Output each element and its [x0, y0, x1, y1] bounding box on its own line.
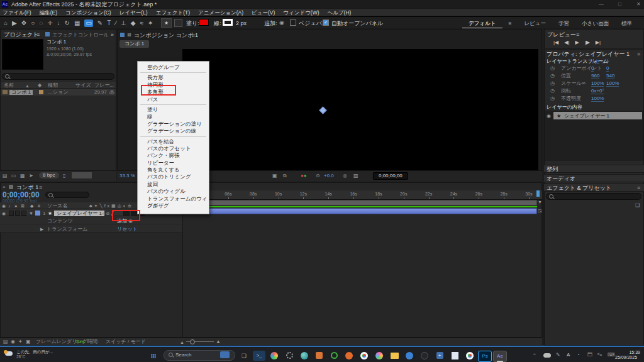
- label-column-icon[interactable]: ◆: [30, 204, 33, 208]
- next-frame-button[interactable]: |▶: [585, 40, 590, 45]
- contents-row[interactable]: [0, 216, 182, 224]
- display-icon[interactable]: 🗔: [587, 353, 592, 358]
- workspace-menu-icon[interactable]: ≡: [502, 21, 518, 28]
- prop-rotation-value[interactable]: 0x+0°: [591, 89, 604, 94]
- transform-reset-button[interactable]: リセット: [590, 59, 611, 64]
- menu-help[interactable]: ヘルプ(H): [328, 10, 352, 16]
- prop-position-y[interactable]: 540: [606, 74, 614, 79]
- menu-item-repeater[interactable]: リピーター: [138, 160, 209, 167]
- photoshop-icon[interactable]: Ps: [478, 351, 492, 362]
- stroke-width-value[interactable]: 2 px: [236, 21, 247, 26]
- fill-color-swatch[interactable]: [199, 19, 209, 26]
- menu-effect[interactable]: エフェクト(T): [156, 10, 190, 16]
- prop-position-label[interactable]: 位置: [561, 74, 571, 79]
- tool-shape-selected[interactable]: ▭: [84, 19, 92, 27]
- workspace-learn[interactable]: 学習: [552, 21, 575, 28]
- tool-pen[interactable]: ✎: [97, 20, 103, 26]
- zoom-in-mountain-icon[interactable]: ▲: [216, 339, 221, 344]
- exposure-value[interactable]: +0.0: [324, 173, 334, 178]
- chrome-icon[interactable]: [358, 351, 370, 361]
- stopwatch-icon[interactable]: ◷: [550, 66, 555, 71]
- comp-panel-menu-icon[interactable]: ≡: [192, 33, 195, 38]
- contents-label[interactable]: コンテンツ: [47, 219, 73, 224]
- prop-opacity-value[interactable]: 100%: [591, 96, 604, 102]
- transparency-grid-icon[interactable]: ▨: [353, 173, 358, 178]
- tool-home[interactable]: ⌂: [4, 20, 8, 26]
- prop-scale-label[interactable]: スケール: [561, 81, 582, 86]
- bezier-checkbox[interactable]: [290, 19, 296, 26]
- tool-stamp[interactable]: ⊥: [121, 20, 126, 26]
- menu-item-round-corners[interactable]: 角を丸くする: [138, 167, 209, 173]
- weather-headline[interactable]: この先、雨の日が...: [16, 350, 53, 354]
- blue-app-icon[interactable]: [403, 351, 416, 361]
- channels-icon[interactable]: ●●: [301, 173, 307, 178]
- clock-date[interactable]: 25/09/2025: [615, 355, 637, 359]
- ring-icon[interactable]: [328, 351, 340, 361]
- menu-item-empty-group[interactable]: 空のグループ: [138, 64, 209, 71]
- clock-time[interactable]: 15:39: [621, 350, 640, 354]
- menu-item-twist[interactable]: 旋回: [138, 181, 209, 188]
- work-area-end-icon[interactable]: ▼: [538, 200, 542, 204]
- col-size[interactable]: サイズ: [75, 83, 91, 88]
- menu-item-pucker-bloat[interactable]: パンク・膨張: [138, 152, 209, 159]
- new-folder-icon[interactable]: ▭: [11, 173, 16, 178]
- snapshot-camera-icon[interactable]: ◎: [343, 173, 347, 178]
- timeline-close-icon[interactable]: ×: [3, 185, 6, 190]
- stopwatch-icon[interactable]: ◷: [550, 81, 555, 86]
- preview-menu-icon[interactable]: ≡: [576, 32, 579, 38]
- stroke-color-swatch[interactable]: [223, 19, 233, 26]
- tool-selection[interactable]: ▶: [12, 20, 17, 26]
- tool-pan-camera[interactable]: ✛: [47, 20, 52, 26]
- prop-scale-x[interactable]: 100%: [591, 81, 604, 87]
- align-panel-header[interactable]: [544, 165, 644, 173]
- tab-effect-controls[interactable]: エフェクトコントロール シェイプレイヤ: [52, 33, 108, 38]
- audio-panel-title[interactable]: オーディオ: [547, 176, 575, 182]
- trash-icon[interactable]: ▯: [63, 173, 65, 178]
- star-tool-button[interactable]: ★: [161, 18, 172, 28]
- draft-3d-icon[interactable]: ▣: [26, 339, 31, 344]
- browser-icon[interactable]: [464, 351, 476, 361]
- index-column-icon[interactable]: #: [38, 204, 40, 208]
- menu-composition[interactable]: コンポジション(C): [65, 10, 111, 16]
- switches-column-icons[interactable]: ♣✦╲fx▦◎◐⊕: [89, 204, 133, 208]
- panel-close-icon[interactable]: ×: [111, 33, 114, 38]
- prev-frame-button[interactable]: ◀|: [564, 40, 569, 45]
- tool-brush[interactable]: ∕: [115, 20, 116, 26]
- stopwatch-icon[interactable]: ◷: [550, 96, 555, 101]
- auto-open-checkbox[interactable]: ✓: [323, 19, 329, 26]
- last-frame-button[interactable]: ▶|: [596, 40, 601, 45]
- solo-column-icon[interactable]: ●: [14, 204, 17, 208]
- lock-column-icon[interactable]: ⊠: [21, 204, 25, 208]
- menu-item-trim-paths[interactable]: パスのトリミング: [138, 173, 209, 180]
- prop-position-x[interactable]: 960: [591, 74, 599, 79]
- graph-editor-icon[interactable]: ✦: [18, 339, 23, 344]
- menu-item-gradient-fill[interactable]: グラデーションの塗り: [138, 121, 209, 128]
- viewer-zoom-value[interactable]: 33.3 %: [119, 173, 135, 178]
- tool-mask[interactable]: ▦: [74, 20, 80, 26]
- volume-muted-icon[interactable]: ᵈ×: [597, 353, 602, 358]
- comp-marker-icon[interactable]: ◳: [538, 209, 542, 213]
- menu-item-wiggle-transform[interactable]: トランスフォームのウィグル: [138, 195, 209, 202]
- menu-item-wiggle-paths[interactable]: パスのウィグル: [138, 188, 209, 195]
- photos-icon[interactable]: [373, 351, 386, 361]
- menu-edit[interactable]: 編集(E): [40, 10, 57, 16]
- workspace-small-screen[interactable]: 小さい画面: [575, 21, 615, 28]
- switch-mode-toggle[interactable]: スイッチ / モード: [106, 339, 146, 344]
- task-view-button[interactable]: ❏: [238, 351, 250, 361]
- layer-eye-icon[interactable]: ◉: [2, 211, 6, 216]
- settings-icon[interactable]: [283, 351, 296, 361]
- frame-blend-icon[interactable]: ▤: [3, 339, 8, 344]
- search-daily-image[interactable]: [220, 351, 230, 358]
- project-comp-name[interactable]: コンポ 1: [47, 40, 66, 45]
- col-name[interactable]: 名前: [4, 83, 14, 88]
- align-panel-title[interactable]: 整列: [547, 167, 558, 172]
- layer-solo-cell[interactable]: [15, 211, 20, 216]
- guides-icon[interactable]: ⧉: [283, 173, 287, 178]
- xampp-icon[interactable]: [343, 351, 355, 361]
- menu-item-path[interactable]: パス: [138, 96, 209, 103]
- label-color-swatch[interactable]: [39, 90, 43, 94]
- prop-rotation-label[interactable]: 回転: [561, 89, 571, 94]
- timeline-tab[interactable]: コンポ 1: [16, 185, 38, 190]
- project-row-name[interactable]: コンポ 1: [9, 90, 33, 95]
- proxy-icon[interactable]: ➤: [29, 173, 33, 178]
